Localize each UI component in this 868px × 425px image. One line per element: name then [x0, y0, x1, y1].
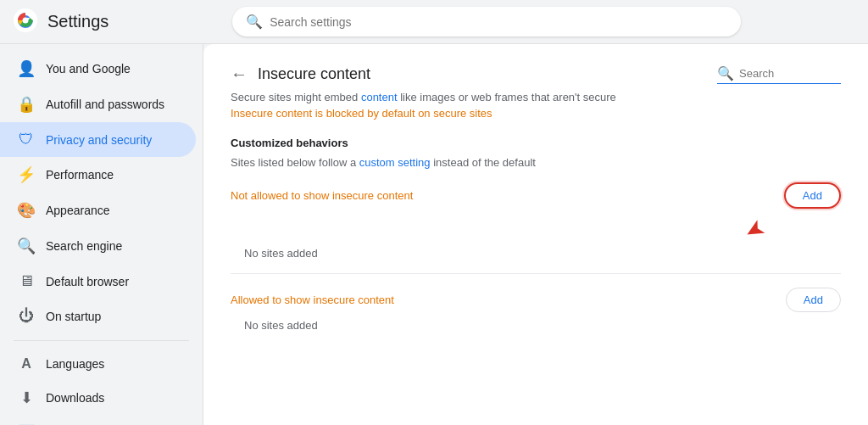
description-text: Secure sites might embed content like im… [231, 91, 841, 103]
app-layout: 👤 You and Google 🔒 Autofill and password… [0, 44, 868, 425]
global-search-input[interactable] [270, 15, 727, 29]
page-title: Insecure content [258, 65, 370, 83]
sidebar-item-performance[interactable]: ⚡ Performance [0, 157, 196, 193]
topbar: Settings 🔍 [0, 0, 868, 44]
sidebar-item-privacy[interactable]: 🛡 Privacy and security [0, 122, 196, 157]
sidebar-item-you-and-google[interactable]: 👤 You and Google [0, 51, 196, 87]
not-allowed-add-button[interactable]: Add [784, 182, 841, 209]
allowed-add-button[interactable]: Add [786, 288, 841, 312]
sidebar-label-search-engine: Search engine [46, 239, 122, 253]
arrow-annotation: ➤ [231, 215, 841, 243]
sidebar: 👤 You and Google 🔒 Autofill and password… [0, 44, 203, 425]
red-arrow-icon: ➤ [739, 212, 770, 246]
sidebar-label-on-startup: On startup [46, 310, 101, 323]
browser-icon: 🖥 [17, 272, 36, 290]
page-search-icon: 🔍 [717, 65, 734, 81]
search-engine-icon: 🔍 [17, 237, 36, 255]
allowed-label: Allowed to show insecure content [231, 294, 394, 306]
shield-icon: 🛡 [17, 131, 36, 148]
sidebar-label-default-browser: Default browser [46, 275, 129, 288]
sidebar-item-on-startup[interactable]: ⏻ On startup [0, 299, 196, 333]
page-header: ← Insecure content 🔍 [231, 64, 841, 84]
allowed-row: Allowed to show insecure content Add [231, 288, 841, 312]
section-subtitle: Sites listed below follow a custom setti… [231, 156, 841, 169]
section-divider [231, 273, 841, 274]
allowed-no-sites: No sites added [244, 319, 841, 332]
startup-icon: ⏻ [17, 307, 36, 325]
sidebar-label-you-and-google: You and Google [46, 62, 131, 75]
lock-icon: 🔒 [17, 95, 36, 114]
sidebar-label-performance: Performance [46, 168, 114, 182]
sidebar-item-search-engine[interactable]: 🔍 Search engine [0, 228, 196, 264]
main-content: ← Insecure content 🔍 Secure sites might … [203, 44, 868, 425]
not-allowed-no-sites: No sites added [244, 247, 841, 260]
section-title: Customized behaviors [231, 137, 841, 149]
sidebar-item-languages[interactable]: A Languages [0, 348, 196, 380]
page-search-input[interactable] [739, 67, 841, 80]
page-header-left: ← Insecure content [231, 64, 370, 84]
sidebar-item-autofill[interactable]: 🔒 Autofill and passwords [0, 87, 196, 122]
custom-setting-link[interactable]: custom setting [359, 156, 431, 169]
back-button[interactable]: ← [231, 64, 248, 84]
sidebar-item-accessibility[interactable]: ♿ Accessibility [0, 416, 196, 425]
not-allowed-label: Not allowed to show insecure content [231, 189, 413, 202]
sidebar-item-appearance[interactable]: 🎨 Appearance [0, 193, 196, 228]
sidebar-label-autofill: Autofill and passwords [46, 98, 164, 111]
warning-text: Insecure content is blocked by default o… [231, 107, 841, 120]
sidebar-item-default-browser[interactable]: 🖥 Default browser [0, 264, 196, 299]
search-icon: 🔍 [246, 14, 263, 30]
chrome-logo [14, 8, 37, 35]
sidebar-item-downloads[interactable]: ⬇ Downloads [0, 380, 196, 416]
global-search-bar[interactable]: 🔍 [232, 7, 741, 36]
sidebar-divider [14, 340, 189, 341]
sidebar-label-privacy: Privacy and security [46, 133, 152, 147]
sidebar-label-appearance: Appearance [46, 204, 110, 217]
settings-title: Settings [47, 12, 108, 31]
content-link[interactable]: content [361, 91, 398, 103]
performance-icon: ⚡ [17, 165, 36, 184]
appearance-icon: 🎨 [17, 201, 36, 220]
languages-icon: A [17, 356, 36, 372]
person-icon: 👤 [17, 59, 36, 78]
sidebar-label-languages: Languages [46, 357, 104, 371]
svg-point-2 [23, 18, 29, 24]
sidebar-label-downloads: Downloads [46, 391, 104, 405]
not-allowed-row: Not allowed to show insecure content Add [231, 182, 841, 209]
page-search-box[interactable]: 🔍 [717, 65, 841, 84]
downloads-icon: ⬇ [17, 389, 36, 407]
